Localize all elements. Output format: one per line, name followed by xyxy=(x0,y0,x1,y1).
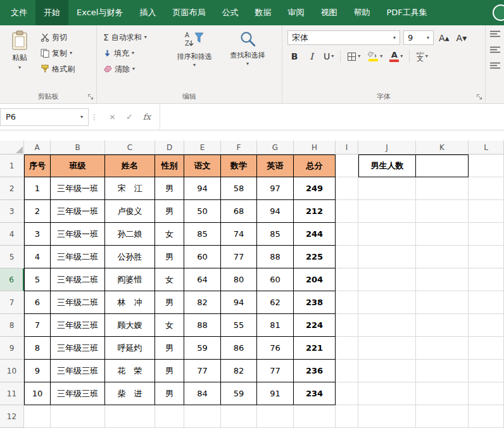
row-header-1[interactable]: 1 xyxy=(0,154,24,177)
align-lines-icon[interactable] xyxy=(489,62,501,70)
cell-F2[interactable]: 58 xyxy=(221,177,257,200)
align-lines-icon[interactable] xyxy=(489,46,501,54)
cell-C6[interactable]: 阎婆惜 xyxy=(105,268,155,291)
cell-E7[interactable]: 82 xyxy=(184,291,221,314)
cell-B11[interactable]: 三年级三班 xyxy=(51,382,105,405)
cell-I9[interactable] xyxy=(336,337,358,360)
row-header-2[interactable]: 2 xyxy=(0,177,24,200)
cell-B3[interactable]: 三年级一班 xyxy=(51,200,105,223)
row-header-7[interactable]: 7 xyxy=(0,291,24,314)
cancel-icon[interactable]: × xyxy=(109,112,116,122)
cell-G10[interactable]: 77 xyxy=(257,360,294,382)
cell-C11[interactable]: 柴 进 xyxy=(105,382,155,405)
cell-J5[interactable] xyxy=(358,246,416,268)
cell-L8[interactable] xyxy=(469,314,504,337)
font-name-combo[interactable]: 宋体 ▾ xyxy=(287,30,400,45)
insert-function-icon[interactable]: fx xyxy=(143,112,151,122)
cell-F10[interactable]: 82 xyxy=(221,360,257,382)
cell-B12[interactable] xyxy=(51,405,105,428)
row-header-3[interactable]: 3 xyxy=(0,200,24,223)
cell-C12[interactable] xyxy=(105,405,155,428)
cell-L12[interactable] xyxy=(469,405,504,428)
cell-E12[interactable] xyxy=(184,405,221,428)
cell-G1[interactable]: 英语 xyxy=(257,154,294,177)
formula-bar-drag-handle[interactable]: ⋮ xyxy=(89,113,100,122)
clipboard-dialog-launcher[interactable] xyxy=(87,93,94,101)
cell-D7[interactable]: 男 xyxy=(155,291,184,314)
cell-G6[interactable]: 60 xyxy=(257,268,294,291)
cell-G12[interactable] xyxy=(257,405,294,428)
cell-L6[interactable] xyxy=(469,268,504,291)
cell-K8[interactable] xyxy=(416,314,469,337)
cell-B1[interactable]: 班级 xyxy=(51,154,105,177)
cell-E4[interactable]: 85 xyxy=(184,223,221,246)
cell-K1[interactable] xyxy=(416,154,469,177)
tab-formulas[interactable]: 公式 xyxy=(213,0,246,25)
column-header-D[interactable]: D xyxy=(155,141,184,154)
cell-J4[interactable] xyxy=(358,223,416,246)
cell-L2[interactable] xyxy=(469,177,504,200)
cell-K3[interactable] xyxy=(416,200,469,223)
cell-G7[interactable]: 62 xyxy=(257,291,294,314)
select-all-corner[interactable] xyxy=(0,141,24,154)
cell-H3[interactable]: 212 xyxy=(294,200,336,223)
cell-B5[interactable]: 三年级二班 xyxy=(51,246,105,268)
cell-J7[interactable] xyxy=(358,291,416,314)
column-header-I[interactable]: I xyxy=(336,141,358,154)
cell-J2[interactable] xyxy=(358,177,416,200)
cell-K4[interactable] xyxy=(416,223,469,246)
cell-K5[interactable] xyxy=(416,246,469,268)
cell-I7[interactable] xyxy=(336,291,358,314)
row-header-4[interactable]: 4 xyxy=(0,223,24,246)
cell-J1[interactable]: 男生人数 xyxy=(358,154,416,177)
tab-page-layout[interactable]: 页面布局 xyxy=(164,0,213,25)
cell-F7[interactable]: 94 xyxy=(221,291,257,314)
borders-button[interactable]: ▾ xyxy=(345,49,362,63)
cell-C9[interactable]: 呼延灼 xyxy=(105,337,155,360)
row-header-8[interactable]: 8 xyxy=(0,314,24,337)
increase-font-button[interactable]: A▴ xyxy=(437,31,451,45)
cell-A3[interactable]: 2 xyxy=(24,200,51,223)
cell-F5[interactable]: 77 xyxy=(221,246,257,268)
cell-G11[interactable]: 91 xyxy=(257,382,294,405)
align-lines-icon[interactable] xyxy=(489,30,501,39)
cell-I10[interactable] xyxy=(336,360,358,382)
font-dialog-launcher[interactable] xyxy=(476,93,483,101)
fill-button[interactable]: 填充 ▾ xyxy=(102,46,165,60)
cell-B10[interactable]: 三年级三班 xyxy=(51,360,105,382)
column-header-J[interactable]: J xyxy=(358,141,416,154)
enter-check-icon[interactable]: ✓ xyxy=(126,112,133,122)
account-avatar[interactable] xyxy=(493,4,504,21)
cell-B2[interactable]: 三年级一班 xyxy=(51,177,105,200)
cell-C7[interactable]: 林 冲 xyxy=(105,291,155,314)
cell-D9[interactable]: 男 xyxy=(155,337,184,360)
cell-E9[interactable]: 59 xyxy=(184,337,221,360)
cell-J6[interactable] xyxy=(358,268,416,291)
tab-pdf-tools[interactable]: PDF工具集 xyxy=(378,0,435,25)
cell-L10[interactable] xyxy=(469,360,504,382)
cell-L1[interactable] xyxy=(469,154,504,177)
tab-home[interactable]: 开始 xyxy=(35,0,68,25)
underline-button[interactable]: U ▾ xyxy=(322,49,336,63)
cell-F6[interactable]: 80 xyxy=(221,268,257,291)
cut-button[interactable]: 剪切 xyxy=(39,30,76,44)
cell-A7[interactable]: 6 xyxy=(24,291,51,314)
tab-file[interactable]: 文件 xyxy=(3,0,35,25)
cell-F1[interactable]: 数学 xyxy=(221,154,257,177)
cell-K9[interactable] xyxy=(416,337,469,360)
cell-E1[interactable]: 语文 xyxy=(184,154,221,177)
cell-G8[interactable]: 81 xyxy=(257,314,294,337)
autosum-button[interactable]: Σ 自动求和 ▾ xyxy=(102,30,165,44)
bold-button[interactable]: B xyxy=(287,49,301,63)
cell-H11[interactable]: 234 xyxy=(294,382,336,405)
tab-excel-finance[interactable]: Excel与财务 xyxy=(68,0,131,25)
cell-B9[interactable]: 三年级三班 xyxy=(51,337,105,360)
cell-F9[interactable]: 86 xyxy=(221,337,257,360)
cell-K11[interactable] xyxy=(416,382,469,405)
column-header-B[interactable]: B xyxy=(51,141,105,154)
cell-J8[interactable] xyxy=(358,314,416,337)
cell-H9[interactable]: 221 xyxy=(294,337,336,360)
cell-B8[interactable]: 三年级三班 xyxy=(51,314,105,337)
cell-F3[interactable]: 68 xyxy=(221,200,257,223)
cell-F12[interactable] xyxy=(221,405,257,428)
